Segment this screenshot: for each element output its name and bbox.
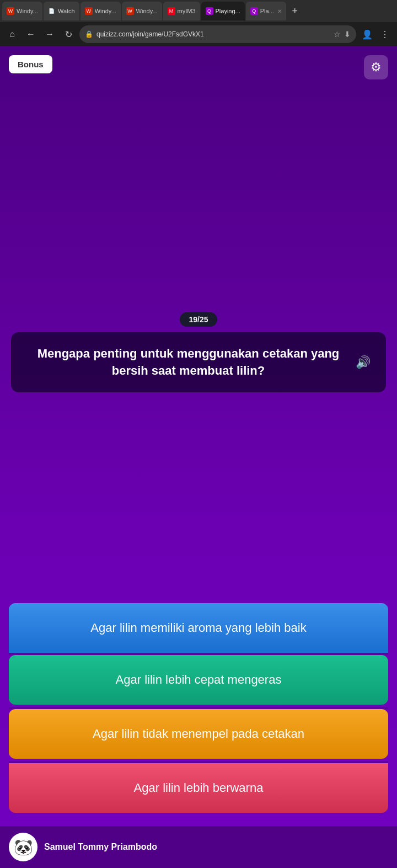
question-box: Mengapa penting untuk menggunakan cetaka…	[11, 332, 386, 393]
tab-4-favicon: W	[126, 7, 134, 15]
new-tab-button[interactable]: +	[287, 3, 303, 19]
tab-4-label: Windy...	[136, 8, 158, 14]
star-icon[interactable]: ☆	[334, 30, 341, 39]
lock-icon: 🔒	[85, 30, 93, 38]
tab-6-favicon: Q	[206, 7, 213, 15]
tab-7-close[interactable]: ✕	[277, 8, 282, 14]
settings-button[interactable]: ⚙	[364, 55, 388, 79]
more-icon[interactable]: ⋮	[377, 26, 393, 42]
settings-icon: ⚙	[371, 60, 382, 74]
tab-5-label: myIM3	[178, 8, 196, 14]
toolbar-extra: 👤 ⋮	[360, 26, 393, 42]
answer-button-4[interactable]: Agar lilin lebih berwarna	[9, 763, 388, 813]
home-button[interactable]: ⌂	[4, 26, 20, 42]
download-icon[interactable]: ⬇	[344, 30, 351, 39]
question-text: Mengapa penting untuk menggunakan cetaka…	[26, 345, 350, 380]
top-bar: Bonus ⚙	[0, 46, 397, 79]
username: Samuel Tommy Priambodo	[44, 842, 157, 852]
avatar-emoji: 🐼	[14, 838, 33, 856]
tab-2-label: Watch	[58, 8, 75, 14]
tab-3[interactable]: W Windy...	[81, 2, 121, 20]
browser-tabs: W Windy... 📄 Watch W Windy... W Windy...…	[0, 0, 397, 22]
url-text: quizizz.com/join/game/U2FsdGVkX1	[96, 30, 330, 38]
sound-icon[interactable]: 🔊	[356, 355, 371, 370]
tab-3-label: Windy...	[95, 8, 116, 14]
tab-3-favicon: W	[85, 7, 93, 15]
tab-7-favicon: Q	[250, 7, 258, 15]
tab-7-label: Pla...	[260, 8, 274, 14]
tab-2[interactable]: 📄 Watch	[44, 2, 79, 20]
tab-1[interactable]: W Windy...	[2, 2, 42, 20]
tab-6-label: Playing...	[216, 8, 240, 14]
bonus-button[interactable]: Bonus	[9, 55, 52, 73]
forward-button[interactable]: →	[42, 26, 57, 42]
page-content: Bonus ⚙ 19/25 Mengapa penting untuk meng…	[0, 46, 397, 868]
tab-5[interactable]: M myIM3	[163, 2, 200, 20]
address-bar[interactable]: 🔒 quizizz.com/join/game/U2FsdGVkX1 ☆ ⬇	[79, 25, 356, 43]
tab-2-favicon: 📄	[48, 7, 56, 15]
profile-icon[interactable]: 👤	[360, 26, 375, 42]
question-counter: 19/25	[180, 312, 217, 327]
tab-1-favicon: W	[7, 7, 14, 15]
reload-button[interactable]: ↻	[61, 26, 76, 42]
tab-6[interactable]: Q Playing...	[201, 2, 245, 20]
tab-5-favicon: M	[168, 7, 175, 15]
tab-4[interactable]: W Windy...	[122, 2, 162, 20]
question-area: 19/25 Mengapa penting untuk menggunakan …	[0, 102, 397, 603]
browser-toolbar: ⌂ ← → ↻ 🔒 quizizz.com/join/game/U2FsdGVk…	[0, 22, 397, 46]
answer-button-3[interactable]: Agar lilin tidak menempel pada cetakan	[9, 709, 388, 759]
profile-bar: 🐼 Samuel Tommy Priambodo	[0, 826, 397, 868]
back-button[interactable]: ←	[23, 26, 39, 42]
avatar: 🐼	[9, 833, 37, 861]
answer-button-2[interactable]: Agar lilin lebih cepat mengeras	[9, 655, 388, 705]
answer-button-1[interactable]: Agar lilin memiliki aroma yang lebih bai…	[9, 603, 388, 653]
answers-container: Agar lilin memiliki aroma yang lebih bai…	[0, 603, 397, 826]
tab-1-label: Windy...	[17, 8, 38, 14]
tab-7[interactable]: Q Pla... ✕	[246, 2, 286, 20]
